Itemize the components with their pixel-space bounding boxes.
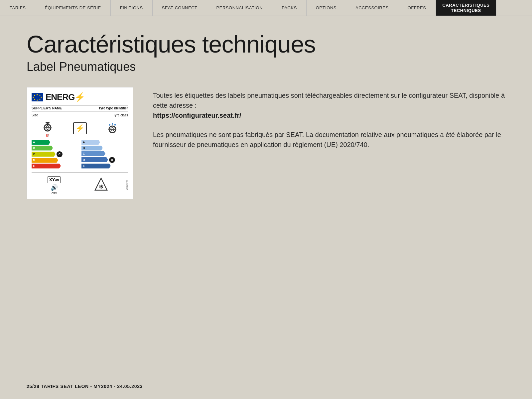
label-meta-row: SUPPLIER'S NAME Tyre type identifier (32, 105, 128, 111)
svg-rect-11 (44, 127, 52, 128)
bar-row-E-left: E (32, 164, 78, 169)
bar-row-E-right: E (81, 164, 128, 169)
paragraph-2: Les pneumatiques ne sont pas fabriqués p… (153, 130, 505, 150)
fuel-bars: A B C C (32, 140, 78, 169)
regulation-year: 2020/740 (126, 180, 128, 190)
paragraph-1: Toutes les étiquettes des labels pneumat… (153, 90, 505, 120)
tyre-type-id: Tyre type identifier (98, 106, 128, 110)
section-title: Label Pneumatiques (27, 60, 505, 74)
page-title: Caractéristiques techniques (27, 32, 505, 57)
label-icons-row: ⛽ ⚡ (32, 120, 128, 137)
bars-section: A B C C (32, 140, 128, 169)
nav-packs[interactable]: PACKS (272, 0, 307, 16)
bar-row-D-right: D D (81, 157, 128, 163)
nav-seat-connect[interactable]: SEAT CONNECT (153, 0, 207, 16)
tyre-label-image: ENERG⚡ SUPPLIER'S NAME Tyre type identif… (27, 87, 133, 199)
footer-text: 25/28 TARIFS SEAT LEON - MY2024 - 24.05.… (27, 384, 143, 389)
fuel-tyre-icon: ⛽ (42, 120, 54, 137)
nav-accessoires[interactable]: ACCESSOIRES (346, 0, 398, 16)
nav-caracteristiques[interactable]: CARACTÉRISTIQUESTECHNIQUES (436, 0, 497, 16)
nav-finitions[interactable]: FINITIONS (111, 0, 153, 16)
bar-row-A-left: A (32, 140, 78, 145)
tyre-class-label: Tyre class (113, 113, 128, 117)
label-size-row: Size Tyre class (32, 113, 128, 117)
bar-row-D-left: D (32, 158, 78, 163)
svg-text:❄: ❄ (99, 184, 104, 190)
nav-offres[interactable]: OFFRES (398, 0, 436, 16)
snow-grip-icon: ❄ (79, 178, 124, 193)
text-content: Toutes les étiquettes des labels pneumat… (153, 87, 505, 159)
navigation: TARIFS ÉQUIPEMENTS DE SÉRIE FINITIONS SE… (0, 0, 532, 16)
label-bottom: XYdB 🔊 ABc ❄ 2020/740 (32, 173, 128, 194)
charge-icon: ⚡ (73, 122, 87, 134)
bar-row-B-left: B (32, 146, 78, 151)
svg-rect-16 (108, 129, 116, 130)
main-content: Caractéristiques techniques Label Pneuma… (0, 16, 532, 226)
nav-options[interactable]: OPTIONS (307, 0, 346, 16)
configurateur-link[interactable]: https://configurateur.seat.fr/ (153, 112, 241, 119)
bar-row-C-left: C C (32, 151, 78, 157)
para1-text: Toutes les étiquettes des labels pneumat… (153, 92, 505, 109)
bar-row-C-right: C (81, 151, 128, 156)
nav-tarifs[interactable]: TARIFS (0, 0, 35, 16)
bar-row-B-right: B (81, 146, 128, 151)
svg-rect-13 (46, 122, 50, 123)
label-section: ENERG⚡ SUPPLIER'S NAME Tyre type identif… (27, 87, 505, 199)
svg-point-18 (112, 123, 113, 125)
nav-equipements[interactable]: ÉQUIPEMENTS DE SÉRIE (35, 0, 110, 16)
svg-point-19 (114, 124, 116, 126)
svg-point-17 (109, 124, 110, 126)
bar-row-A-right: A (81, 140, 128, 145)
footer: 25/28 TARIFS SEAT LEON - MY2024 - 24.05.… (27, 384, 143, 389)
eu-flag-icon (32, 93, 43, 101)
energy-brand: ENERG⚡ (46, 92, 85, 102)
wet-tyre-icon (106, 122, 118, 135)
noise-indicator: XYdB 🔊 ABc (32, 176, 77, 194)
nav-personnalisation[interactable]: PERSONNALISATION (207, 0, 273, 16)
supplier-name: SUPPLIER'S NAME (32, 106, 62, 110)
wet-bars: A B C (81, 140, 128, 169)
size-label: Size (32, 113, 38, 117)
